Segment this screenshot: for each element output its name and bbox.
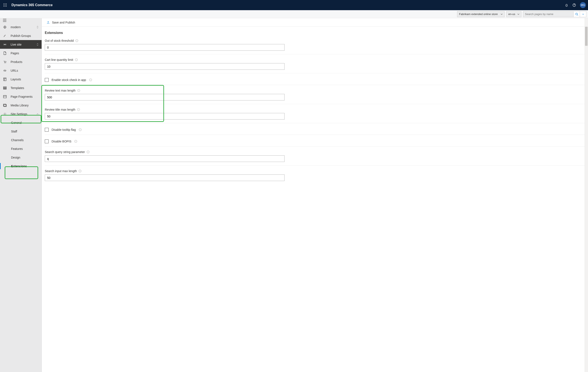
chevron-down-icon <box>517 13 519 15</box>
sidebar-site-label: modern <box>10 25 21 29</box>
svg-point-5 <box>6 5 7 6</box>
field-out-of-stock: Out of stock threshold <box>45 39 585 54</box>
info-icon[interactable] <box>79 128 82 131</box>
scrollbar-track[interactable] <box>585 18 588 372</box>
fragment-icon <box>3 95 7 98</box>
upload-icon <box>46 21 50 24</box>
svg-point-3 <box>4 5 4 6</box>
search-input-max-input[interactable] <box>45 174 284 181</box>
globe-icon <box>3 25 7 29</box>
cart-icon <box>3 60 7 64</box>
scrollbar-thumb[interactable] <box>585 27 588 46</box>
review-title-label: Review title max length <box>45 108 75 111</box>
svg-point-11 <box>576 13 578 15</box>
field-search-query: Search query string parameter <box>45 150 585 166</box>
disable-bopis-checkbox[interactable] <box>45 140 49 143</box>
sidebar-item-publish-groups[interactable]: Publish Groups <box>0 31 42 40</box>
search-button[interactable] <box>574 11 580 17</box>
sidebar-item-staff[interactable]: Staff <box>0 127 42 136</box>
rocket-icon <box>3 34 7 38</box>
help-button[interactable] <box>572 3 576 7</box>
sidebar-item-templates[interactable]: Templates <box>0 83 42 92</box>
search-icon <box>575 13 578 16</box>
field-enable-stock-check: Enable stock check in app <box>45 77 585 85</box>
store-selector[interactable]: Fabrikam extended online store <box>457 11 504 17</box>
svg-point-23 <box>4 114 5 114</box>
svg-point-2 <box>6 4 7 4</box>
svg-point-4 <box>5 5 6 6</box>
cart-line-input[interactable] <box>45 63 284 70</box>
sidebar-item-layouts[interactable]: Layouts <box>0 75 42 83</box>
global-header: Dynamics 365 Commerce MG <box>0 0 588 10</box>
sidebar-label: Products <box>10 60 22 64</box>
sidebar-item-pages[interactable]: Pages <box>0 49 42 57</box>
sidebar-label: URLs <box>10 69 18 72</box>
sidebar-item-general[interactable]: General <box>0 118 42 127</box>
sidebar-label: Site Settings <box>10 112 27 116</box>
svg-point-10 <box>574 6 574 6</box>
info-icon[interactable] <box>75 39 78 42</box>
sidebar-item-live-site[interactable]: Live site <box>0 40 42 49</box>
info-icon[interactable] <box>74 140 77 143</box>
sidebar-label: Features <box>11 147 23 151</box>
search-input[interactable] <box>523 11 574 17</box>
notifications-button[interactable] <box>565 3 568 7</box>
review-title-input[interactable] <box>45 113 284 120</box>
info-icon[interactable] <box>75 58 78 61</box>
info-icon[interactable] <box>89 79 92 81</box>
left-nav: modern Publish Groups Live site Pages <box>0 18 42 372</box>
disable-tooltip-checkbox[interactable] <box>45 128 49 132</box>
content-scroll[interactable]: Extensions Out of stock threshold Cart l… <box>42 27 588 372</box>
chevron-up-icon <box>36 113 39 115</box>
save-and-publish-button[interactable]: Save and Publish <box>52 21 75 24</box>
info-icon[interactable] <box>87 151 90 153</box>
enable-stock-check-checkbox[interactable] <box>45 78 49 82</box>
chevron-down-icon <box>582 13 584 15</box>
info-icon[interactable] <box>77 108 80 111</box>
sidebar-item-urls[interactable]: URLs <box>0 66 42 75</box>
sidebar-label: Media Library <box>10 104 29 107</box>
field-review-text: Review text max length <box>45 89 585 104</box>
info-icon[interactable] <box>77 89 80 92</box>
review-text-input[interactable] <box>45 94 284 101</box>
search-options-button[interactable] <box>580 11 586 17</box>
user-avatar[interactable]: MG <box>580 2 586 8</box>
cart-line-label: Cart line quantity limit <box>45 58 73 61</box>
app-launcher-button[interactable] <box>2 2 8 8</box>
search-query-input[interactable] <box>45 155 284 162</box>
out-of-stock-input[interactable] <box>45 44 284 51</box>
sidebar-label: Publish Groups <box>10 34 31 38</box>
sort-icon <box>36 43 39 46</box>
locale-selector-label: en-us <box>508 12 515 16</box>
info-icon[interactable] <box>79 170 82 172</box>
svg-rect-19 <box>3 89 6 89</box>
locale-selector[interactable]: en-us <box>506 11 521 17</box>
sidebar-item-site[interactable]: modern <box>0 23 42 31</box>
sidebar-item-products[interactable]: Products <box>0 57 42 66</box>
chevron-down-icon <box>501 13 503 15</box>
page-search <box>523 11 586 17</box>
sidebar-label: Pages <box>10 51 19 55</box>
sort-icon <box>36 26 39 28</box>
field-review-title: Review title max length <box>45 108 585 123</box>
page-title: Extensions <box>45 31 585 35</box>
field-cart-line: Cart line quantity limit <box>45 58 585 73</box>
sidebar-item-design[interactable]: Design <box>0 153 42 162</box>
svg-rect-16 <box>4 78 6 81</box>
svg-rect-17 <box>3 87 6 87</box>
review-text-label: Review text max length <box>45 89 75 92</box>
sidebar-label: Extensions <box>11 164 27 168</box>
nav-toggle-button[interactable] <box>3 19 6 22</box>
brand-name: Dynamics 365 Commerce <box>11 3 53 7</box>
search-query-label: Search query string parameter <box>45 150 85 154</box>
gear-icon <box>3 112 7 116</box>
disable-bopis-label: Disable BOPIS <box>52 140 71 143</box>
sidebar-item-media-library[interactable]: Media Library <box>0 101 42 110</box>
sidebar-item-features[interactable]: Features <box>0 144 42 153</box>
svg-point-1 <box>5 4 6 4</box>
sidebar-item-extensions[interactable]: Extensions <box>0 162 42 171</box>
sidebar-item-site-settings[interactable]: Site Settings <box>0 110 42 118</box>
sidebar-item-channels[interactable]: Channels <box>0 136 42 144</box>
sidebar-item-page-fragments[interactable]: Page Fragments <box>0 92 42 101</box>
page-icon <box>3 51 7 55</box>
